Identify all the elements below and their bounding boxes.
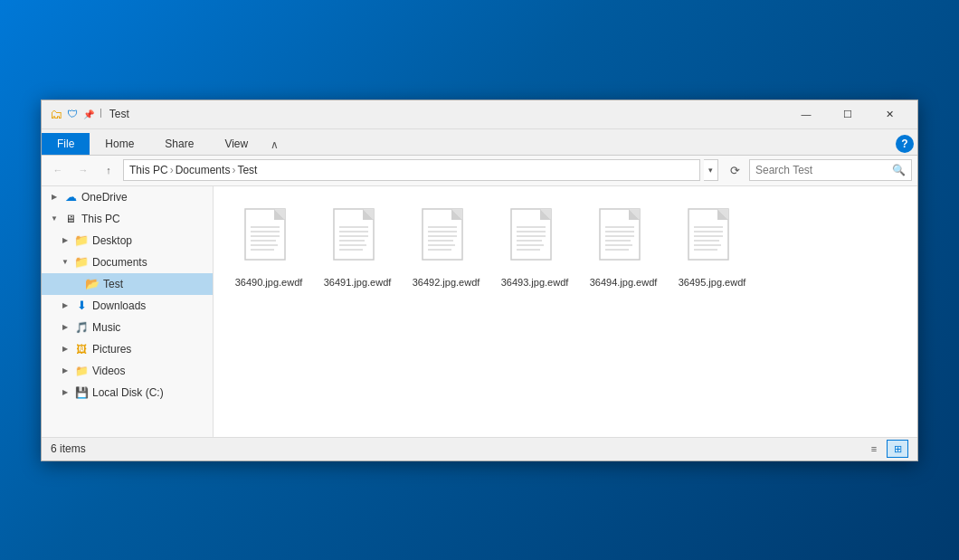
file-item-2[interactable]: 36492.jpg.ewdf [405, 201, 487, 295]
window-controls: — ☐ ✕ [785, 100, 910, 128]
onedrive-expand-icon[interactable]: ▶ [49, 192, 60, 203]
onedrive-icon: ☁ [63, 190, 78, 204]
documents-label: Documents [92, 256, 147, 269]
details-view-button[interactable]: ≡ [863, 440, 885, 458]
folder-icon: 🗂 [49, 107, 63, 121]
title-bar-icons: 🗂 🛡 📌 | [49, 107, 102, 121]
path-sep-1: › [170, 164, 174, 176]
address-bar: ← → ↑ This PC › Documents › Test ▾ ⟳ 🔍 [42, 156, 917, 186]
documents-expand-icon[interactable]: ▼ [60, 257, 71, 268]
sidebar-item-desktop[interactable]: ▶ 📁 Desktop [42, 230, 213, 252]
desktop-icon: 📁 [74, 233, 89, 248]
sidebar-item-documents[interactable]: ▼ 📁 Documents [42, 252, 213, 273]
sidebar-item-videos[interactable]: ▶ 📁 Videos [42, 360, 213, 382]
items-count: 6 items [51, 442, 86, 455]
file-icon-4 [596, 207, 650, 272]
up-button[interactable]: ↑ [98, 159, 119, 181]
pin-icon: 📌 [81, 107, 96, 121]
search-box: 🔍 [749, 159, 912, 181]
desktop-expand-icon[interactable]: ▶ [60, 235, 71, 246]
this-pc-icon: 🖥 [63, 212, 78, 226]
desktop-label: Desktop [92, 234, 132, 247]
downloads-expand-icon[interactable]: ▶ [60, 300, 71, 311]
file-icon-5 [685, 207, 739, 272]
test-label: Test [103, 278, 123, 290]
sidebar: ▶ ☁ OneDrive ▼ 🖥 This PC ▶ 📁 Desktop ▼ 📁… [42, 186, 214, 437]
tab-view[interactable]: View [209, 133, 263, 155]
ribbon: File Home Share View ∧ ? [42, 129, 917, 156]
path-sep-2: › [232, 164, 235, 176]
music-icon: 🎵 [74, 320, 89, 335]
refresh-button[interactable]: ⟳ [724, 159, 745, 181]
onedrive-label: OneDrive [81, 191, 128, 204]
tab-file[interactable]: File [42, 133, 90, 155]
maximize-button[interactable]: ☐ [827, 100, 869, 128]
address-path[interactable]: This PC › Documents › Test [123, 159, 700, 181]
window-title: Test [109, 108, 785, 120]
sidebar-item-this-pc[interactable]: ▼ 🖥 This PC [42, 208, 213, 230]
file-item-4[interactable]: 36494.jpg.ewdf [583, 201, 664, 295]
large-icons-view-button[interactable]: ⊞ [887, 440, 908, 458]
main-content: ▶ ☁ OneDrive ▼ 🖥 This PC ▶ 📁 Desktop ▼ 📁… [42, 186, 917, 437]
pictures-label: Pictures [92, 343, 131, 356]
file-label-4: 36494.jpg.ewdf [590, 276, 658, 289]
title-bar: 🗂 🛡 📌 | Test — ☐ ✕ [42, 100, 917, 129]
videos-icon: 📁 [74, 364, 89, 378]
minimize-button[interactable]: — [785, 100, 827, 128]
shield-icon: 🛡 [65, 107, 80, 121]
sidebar-item-music[interactable]: ▶ 🎵 Music [42, 317, 213, 338]
tab-share[interactable]: Share [149, 133, 209, 155]
file-area: 36490.jpg.ewdf 36491.jpg.ewdf [214, 186, 917, 437]
file-item-1[interactable]: 36491.jpg.ewdf [317, 201, 398, 295]
file-label-1: 36491.jpg.ewdf [324, 276, 392, 289]
this-pc-expand-icon[interactable]: ▼ [49, 214, 60, 224]
local-disk-label: Local Disk (C:) [92, 386, 164, 399]
sidebar-item-downloads[interactable]: ▶ ⬇ Downloads [42, 295, 213, 317]
file-explorer-window: 🗂 🛡 📌 | Test — ☐ ✕ File Home Share View … [41, 100, 918, 461]
forward-button[interactable]: → [72, 159, 94, 181]
file-icon-2 [419, 207, 473, 272]
documents-icon: 📁 [74, 255, 89, 270]
ribbon-tabs: File Home Share View ∧ ? [42, 129, 917, 155]
separator: | [100, 107, 102, 121]
address-dropdown[interactable]: ▾ [704, 159, 718, 181]
pictures-expand-icon[interactable]: ▶ [60, 344, 71, 355]
search-icon[interactable]: 🔍 [892, 164, 906, 176]
file-label-5: 36495.jpg.ewdf [679, 276, 746, 289]
file-icon-1 [330, 207, 385, 272]
path-test[interactable]: Test [237, 164, 257, 176]
music-expand-icon[interactable]: ▶ [60, 322, 71, 333]
sidebar-item-onedrive[interactable]: ▶ ☁ OneDrive [42, 186, 213, 208]
file-icon-0 [242, 207, 296, 272]
back-button[interactable]: ← [47, 159, 69, 181]
this-pc-label: This PC [81, 213, 120, 225]
tab-home[interactable]: Home [90, 133, 149, 155]
path-documents[interactable]: Documents [176, 164, 231, 176]
path-this-pc[interactable]: This PC [129, 164, 168, 176]
videos-expand-icon[interactable]: ▶ [60, 365, 71, 376]
test-expand-icon [71, 279, 81, 289]
file-label-0: 36490.jpg.ewdf [235, 276, 303, 289]
view-buttons: ≡ ⊞ [863, 440, 908, 458]
file-icon-3 [508, 207, 562, 272]
sidebar-item-pictures[interactable]: ▶ 🖼 Pictures [42, 338, 213, 360]
downloads-icon: ⬇ [74, 299, 89, 313]
ribbon-chevron[interactable]: ∧ [267, 137, 282, 153]
videos-label: Videos [92, 365, 125, 377]
sidebar-item-local-disk[interactable]: ▶ 💾 Local Disk (C:) [42, 382, 213, 403]
close-button[interactable]: ✕ [869, 100, 910, 128]
file-item-5[interactable]: 36495.jpg.ewdf [671, 201, 753, 295]
pictures-icon: 🖼 [74, 342, 89, 356]
local-disk-icon: 💾 [74, 385, 89, 400]
file-label-3: 36493.jpg.ewdf [501, 276, 569, 289]
local-disk-expand-icon[interactable]: ▶ [60, 387, 71, 398]
file-item-0[interactable]: 36490.jpg.ewdf [228, 201, 309, 295]
music-label: Music [92, 321, 120, 334]
search-input[interactable] [755, 164, 892, 176]
downloads-label: Downloads [92, 299, 146, 312]
file-label-2: 36492.jpg.ewdf [413, 276, 480, 289]
help-button[interactable]: ? [896, 135, 914, 153]
sidebar-item-test[interactable]: 📂 Test [42, 273, 213, 295]
file-item-3[interactable]: 36493.jpg.ewdf [494, 201, 575, 295]
status-bar: 6 items ≡ ⊞ [42, 437, 917, 460]
